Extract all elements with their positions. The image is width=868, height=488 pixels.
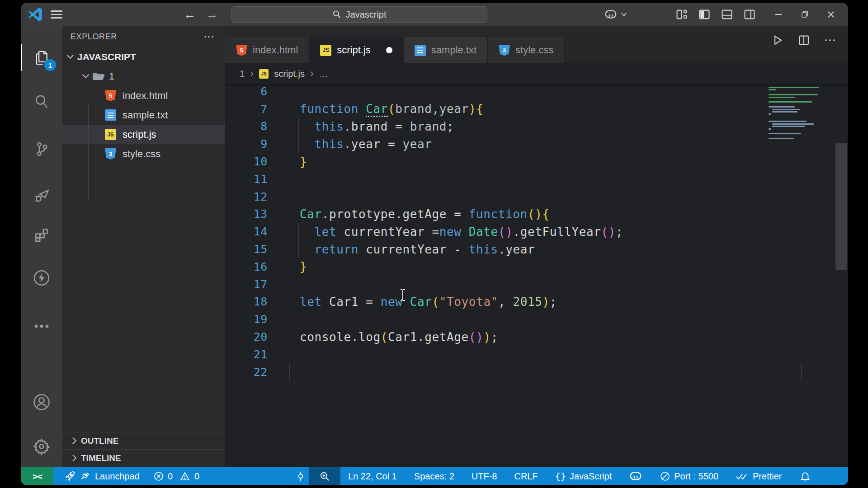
toggle-panel-icon[interactable] [721,8,733,21]
code-line-16[interactable]: 16} [225,258,848,276]
workspace-row[interactable]: JAVASCRIPT [62,47,225,66]
tab-style.css[interactable]: 3style.css [488,37,565,63]
minimap-line [769,128,771,130]
modified-indicator-dot[interactable] [386,47,392,53]
css-file-icon: 3 [499,45,510,56]
command-center-search[interactable]: Javascript [231,6,487,23]
line-number: 10 [225,155,279,168]
code-line-19[interactable]: 19 [225,310,848,328]
editor-more-actions-icon[interactable]: ⋯ [824,33,836,47]
tab-index.html[interactable]: 5index.html [225,37,309,63]
copilot-menu[interactable] [604,3,627,26]
mouse-ibeam-cursor [399,288,407,302]
thunder-client-icon[interactable] [21,263,62,292]
restore-button[interactable] [798,8,811,21]
tree-item-script.js[interactable]: JSscript.js [62,125,225,144]
code-line-6[interactable]: 6 [225,84,848,100]
split-editor-icon[interactable] [797,34,810,47]
code-line-12[interactable]: 12 [225,188,848,206]
notifications-bell-icon[interactable] [799,470,811,482]
minimap-line [769,106,795,108]
file-label: sample.txt [123,109,168,121]
forward-arrow-icon[interactable]: → [206,8,218,22]
folder-icon [92,71,105,82]
line-content: } [279,155,307,169]
menu-hamburger-icon[interactable] [51,3,62,26]
tab-sample.txt[interactable]: sample.txt [404,37,488,63]
code-line-17[interactable]: 17 [225,276,848,293]
minimap-line [772,109,800,110]
title-bar: ← → Javascript [21,3,848,26]
line-number: 17 [225,278,279,291]
breadcrumb-symbols[interactable]: … [319,69,328,79]
copilot-icon [604,9,618,20]
vscode-window: ← → Javascript [21,3,848,485]
code-line-11[interactable]: 11 [225,170,848,188]
code-line-9[interactable]: 9 this.year = year [225,135,848,153]
breadcrumb-root[interactable]: 1 [240,69,245,79]
code-line-18[interactable]: 18let Car1 = new Car("Toyota", 2015); [225,293,848,311]
vertical-scrollbar[interactable] [835,143,847,270]
code-line-20[interactable]: 20console.log(Car1.getAge()); [225,328,848,346]
outline-section[interactable]: OUTLINE [62,432,225,449]
tab-script.js[interactable]: JSscript.js [309,37,404,63]
settings-gear-icon[interactable] [21,432,62,461]
run-debug-icon[interactable] [21,181,62,210]
port-item[interactable]: Port : 5500 [660,471,718,482]
search-view-icon[interactable] [21,87,62,116]
tree-indent-guide [88,104,89,201]
screencast-icon[interactable] [295,470,307,482]
extensions-icon[interactable] [21,221,62,249]
code-line-21[interactable]: 21 [225,346,848,363]
breadcrumb-file[interactable]: script.js [274,69,305,79]
code-line-14[interactable]: 14 let currentYear =new Date().getFullYe… [225,223,848,240]
folder-row[interactable]: 1 [62,66,225,86]
launchpad-item[interactable]: Launchpad [64,470,140,482]
line-number: 11 [225,173,279,186]
chevron-down-icon [82,71,90,79]
remote-indicator[interactable]: >< [21,467,53,485]
sidebar-title: EXPLORER [71,32,117,42]
minimize-button[interactable] [772,8,785,21]
sidebar-more-actions-icon[interactable]: ⋯ [203,30,215,43]
code-line-15[interactable]: 15 return currentYear - this.year [225,240,848,258]
account-icon[interactable] [21,388,62,417]
minimap[interactable] [769,84,832,141]
more-views-icon[interactable] [21,312,62,341]
breadcrumb[interactable]: 1 › JS script.js › … [225,63,848,84]
toggle-secondary-sidebar-icon[interactable] [743,8,756,21]
code-line-22[interactable]: 22 [225,363,848,381]
tree-item-style.css[interactable]: 3style.css [62,144,225,164]
explorer-icon[interactable]: 1 [21,43,62,72]
copilot-status-icon[interactable] [629,471,642,482]
formatter-item[interactable]: Prettier [736,471,782,482]
code-line-13[interactable]: 13Car.prototype.getAge = function(){ [225,206,848,223]
problems-item[interactable]: 0 0 [153,471,199,482]
tree-item-sample.txt[interactable]: sample.txt [62,105,225,125]
back-arrow-icon[interactable]: ← [184,8,196,22]
search-icon [332,10,341,19]
cursor-position-item[interactable]: Ln 22, Col 1 [348,471,397,482]
code-line-8[interactable]: 8 this.brand = brand; [225,118,848,136]
source-control-icon[interactable] [21,135,62,164]
close-button[interactable] [825,8,837,21]
customize-layout-icon[interactable] [675,8,688,21]
encoding-item[interactable]: UTF-8 [472,471,497,482]
run-button-icon[interactable] [771,34,784,47]
toggle-sidebar-icon[interactable] [698,8,711,21]
css-file-icon: 3 [105,148,116,160]
language-label: JavaScript [570,471,612,482]
indentation-item[interactable]: Spaces: 2 [414,471,454,482]
code-line-7[interactable]: 7function Car(brand,year){ [225,100,848,118]
code-editor[interactable]: 67function Car(brand,year){8 this.brand … [225,84,848,467]
language-mode-item[interactable]: {} JavaScript [555,471,612,482]
timeline-section[interactable]: TIMELINE [62,449,225,466]
zoom-status-item[interactable] [309,467,340,485]
line-number: 20 [225,330,279,343]
formatter-label: Prettier [753,471,782,482]
code-line-10[interactable]: 10} [225,153,848,170]
line-number: 7 [225,103,279,116]
minimap-line [769,101,812,103]
tree-item-index.html[interactable]: 5index.html [62,86,225,105]
eol-item[interactable]: CRLF [514,471,538,482]
